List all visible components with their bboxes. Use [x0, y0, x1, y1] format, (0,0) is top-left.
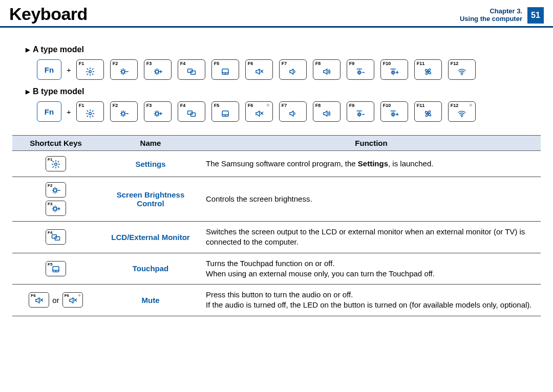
svg-line-19: [158, 70, 159, 70]
bright-up-icon: [51, 204, 60, 214]
svg-line-96: [358, 115, 358, 116]
display-icon: [187, 109, 196, 120]
vol-up-icon: [322, 67, 331, 78]
b-type-section: ▶ B type model Fn+F1F2F3F4F5F6F7F8F9F10F…: [12, 87, 541, 122]
svg-line-123: [56, 188, 57, 189]
svg-line-121: [56, 192, 57, 192]
wifi-icon: [457, 67, 466, 78]
chapter-number: Chapter 3.: [460, 8, 522, 15]
page-title: Keyboard: [9, 4, 88, 24]
svg-marker-84: [256, 111, 260, 117]
gear-icon: [51, 160, 60, 170]
svg-marker-144: [70, 298, 73, 303]
svg-line-8: [121, 73, 122, 74]
gear-icon: [86, 67, 95, 78]
svg-line-38: [360, 73, 360, 74]
svg-line-105: [392, 113, 392, 114]
key-f7: F7: [279, 101, 307, 122]
svg-line-131: [56, 210, 57, 211]
svg-point-56: [461, 74, 462, 75]
key-f5: F5: [211, 101, 239, 122]
svg-line-94: [358, 113, 358, 114]
kbd-up-icon: [390, 67, 399, 78]
svg-marker-87: [290, 111, 293, 117]
key-f4: F4: [178, 59, 205, 80]
bright-up-icon: [153, 109, 162, 120]
key-f8: F8: [313, 101, 341, 122]
svg-marker-88: [324, 111, 327, 117]
plus-sign: +: [67, 107, 71, 116]
shortcut-table: Shortcut Keys Name Function F1SettingsTh…: [12, 135, 541, 316]
svg-line-76: [158, 112, 159, 112]
key-f6: F6: [245, 101, 273, 122]
svg-line-9: [124, 70, 125, 70]
key-f12: F12: [448, 101, 476, 122]
mute-icon: [254, 109, 264, 120]
chapter-title: Using the computer: [460, 15, 522, 23]
led-icon: [78, 294, 80, 296]
mini-key-f6: F6: [62, 292, 83, 308]
key-f9: F9: [347, 59, 374, 80]
display-icon: [51, 233, 60, 243]
svg-line-132: [53, 210, 54, 211]
svg-line-16: [155, 70, 156, 70]
svg-point-113: [461, 116, 462, 117]
svg-line-7: [124, 73, 125, 74]
svg-line-64: [124, 115, 125, 116]
svg-line-75: [155, 115, 156, 116]
key-f3: F3: [144, 59, 172, 80]
svg-line-39: [358, 73, 358, 74]
vol-up-icon: [322, 109, 331, 120]
fan-icon: [423, 67, 433, 78]
svg-line-95: [360, 115, 360, 116]
mini-key-f2: F2: [46, 182, 66, 198]
key-f8: F8: [313, 59, 341, 80]
b-type-label: ▶ B type model: [12, 87, 541, 96]
svg-line-73: [155, 112, 156, 112]
a-type-keys-row: Fn+F1F2F3F4F5F6F7F8F9F10F11F12: [12, 59, 541, 80]
page-number-badge: 51: [527, 7, 544, 24]
triangle-icon: ▶: [26, 47, 30, 53]
kbd-down-icon: [356, 67, 365, 78]
triangle-icon: ▶: [26, 89, 30, 95]
svg-line-40: [360, 71, 360, 72]
svg-line-107: [392, 115, 392, 116]
svg-line-17: [158, 73, 159, 74]
cell-name: Touchpad: [99, 253, 202, 285]
cell-shortcut: F5: [12, 253, 99, 285]
key-f1: F1: [76, 101, 104, 122]
mute-icon: [34, 296, 44, 306]
svg-line-6: [121, 70, 122, 70]
bright-down-icon: [119, 67, 129, 78]
chapter-info: Chapter 3. Using the computer 51: [460, 4, 544, 24]
mini-key-f6: F6: [29, 292, 49, 308]
key-f2: F2: [110, 59, 138, 80]
wifi-icon: [457, 109, 466, 120]
table-row: F4LCD/External MonitorSwitches the scree…: [12, 222, 541, 253]
cell-function: Switches the screen output to the LCD or…: [202, 222, 541, 253]
led-icon: [267, 104, 269, 106]
a-type-section: ▶ A type model Fn+F1F2F3F4F5F6F7F8F9F10F…: [12, 45, 541, 80]
svg-line-37: [358, 71, 358, 72]
key-f9: F9: [347, 101, 374, 122]
cell-shortcut: F1: [12, 151, 99, 177]
cell-function: Controls the screen brightness.: [202, 177, 541, 222]
key-f1: F1: [76, 59, 104, 80]
cell-shortcut: F2F3: [12, 177, 99, 222]
table-row: F6 or F6MutePress this button to turn th…: [12, 285, 541, 316]
table-row: F5TouchpadTurns the Touchpad function on…: [12, 253, 541, 285]
key-f11: F11: [414, 59, 442, 80]
a-type-label: ▶ A type model: [12, 45, 541, 54]
bright-down-icon: [51, 186, 60, 196]
svg-marker-30: [290, 69, 293, 75]
page-header: Keyboard Chapter 3. Using the computer 5…: [0, 0, 553, 28]
svg-line-65: [121, 115, 122, 116]
fn-key: Fn: [37, 101, 61, 122]
svg-line-63: [121, 112, 122, 112]
touchpad-icon: [51, 265, 60, 275]
svg-point-114: [55, 163, 57, 166]
plus-sign: +: [67, 66, 71, 74]
svg-marker-27: [256, 69, 260, 75]
vol-down-icon: [288, 67, 297, 78]
svg-line-51: [394, 71, 394, 72]
